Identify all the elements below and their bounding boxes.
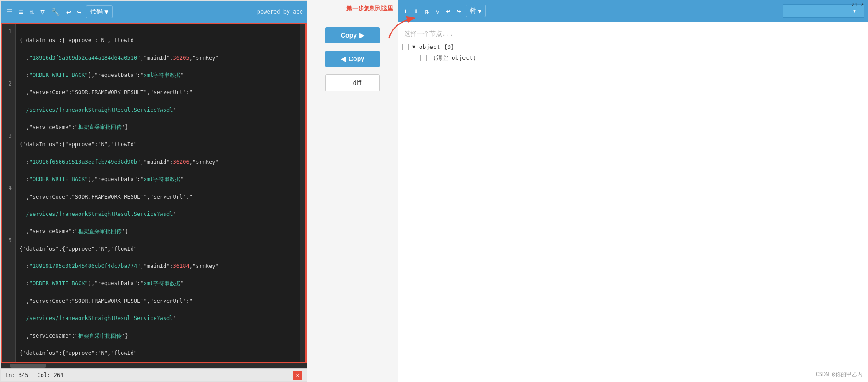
copy-right-button[interactable]: Copy ▶ [326, 27, 380, 43]
right-undo-icon[interactable]: ↩ [444, 5, 453, 17]
code-dropdown-arrow: ▼ [104, 8, 108, 15]
redo-icon[interactable]: ↪ [75, 6, 84, 18]
tree-dropdown[interactable]: 树 ▼ [466, 5, 486, 17]
right-content: 选择一个节点... ▼ object {0} （清空 object） [398, 22, 868, 382]
annotation-text: 第一步复制到这里 [346, 5, 393, 13]
left-toolbar: ☰ ≡ ⇅ ▽ 🔧 ↩ ↪ 代码 ▼ powered by ace [1, 1, 307, 23]
vertical-scrollbar[interactable] [300, 24, 305, 362]
annotation-arrow-svg [384, 14, 420, 41]
placeholder-text: 选择一个节点... [402, 26, 863, 42]
copy-left-arrow: ◀ [341, 55, 346, 62]
code-label: 代码 [90, 8, 103, 16]
copy-right-arrow: ▶ [359, 32, 364, 39]
middle-panel: 第一步复制到这里 Copy ▶ ◀ Copy diff [307, 0, 398, 382]
tree-expand-arrow[interactable]: ▼ [412, 44, 415, 50]
time-display: 21:7 [852, 2, 864, 8]
tree-sub-label: （清空 object） [430, 54, 479, 62]
left-panel: ☰ ≡ ⇅ ▽ 🔧 ↩ ↪ 代码 ▼ powered by ace 1 [0, 0, 307, 382]
tree-sub-checkbox[interactable] [420, 55, 427, 61]
code-dropdown[interactable]: 代码 ▼ [86, 5, 112, 18]
right-redo-icon[interactable]: ↪ [455, 5, 463, 17]
align-left-icon[interactable]: ☰ [5, 6, 14, 18]
code-editor[interactable]: 1 2 3 [1, 23, 307, 363]
watermark: CSDN @你的甲乙丙 [816, 371, 863, 378]
tree-root-label: object {0} [419, 43, 454, 50]
right-toolbar: ⬆ ⬇ ⇅ ▽ ↩ ↪ 树 ▼ ▼ [398, 0, 868, 22]
diff-label: diff [353, 79, 361, 86]
line-numbers: 1 2 3 [2, 24, 16, 362]
copy-right-label: Copy [341, 32, 357, 39]
horizontal-scrollbar[interactable] [1, 363, 307, 368]
filter-icon[interactable]: ▽ [38, 6, 47, 18]
powered-by-label: powered by ace [257, 9, 303, 15]
right-panel: ⬆ ⬇ ⇅ ▽ ↩ ↪ 树 ▼ ▼ 选择一个节点... ▼ object {0} [398, 0, 868, 382]
sort-icon[interactable]: ⇅ [28, 6, 36, 18]
tree-sub-row[interactable]: （清空 object） [402, 52, 863, 64]
undo-icon[interactable]: ↩ [65, 6, 73, 18]
tree-dropdown-arrow: ▼ [478, 7, 481, 14]
search-dropdown-arrow[interactable]: ▼ [853, 9, 856, 14]
ln-status: Ln: 345 [5, 372, 28, 378]
tree-label: 树 [470, 7, 476, 15]
align-center-icon[interactable]: ≡ [17, 6, 25, 18]
col-status: Col: 264 [38, 372, 64, 378]
error-badge: ✕ [293, 371, 302, 380]
copy-left-button[interactable]: ◀ Copy [326, 51, 380, 67]
search-input[interactable] [787, 8, 850, 14]
right-filter-icon[interactable]: ▽ [434, 5, 442, 17]
wrench-icon[interactable]: 🔧 [49, 6, 62, 18]
code-content[interactable]: { dataInfos :{ approve : N , flowId :"18… [16, 24, 305, 362]
copy-left-label: Copy [349, 55, 364, 62]
tree-root-row[interactable]: ▼ object {0} [402, 42, 863, 52]
right-sort-icon[interactable]: ⇅ [423, 5, 431, 17]
diff-checkbox[interactable] [344, 80, 350, 86]
diff-button[interactable]: diff [326, 74, 380, 91]
tree-root-checkbox[interactable] [402, 44, 409, 50]
left-statusbar: Ln: 345 Col: 264 ✕ [1, 368, 307, 381]
